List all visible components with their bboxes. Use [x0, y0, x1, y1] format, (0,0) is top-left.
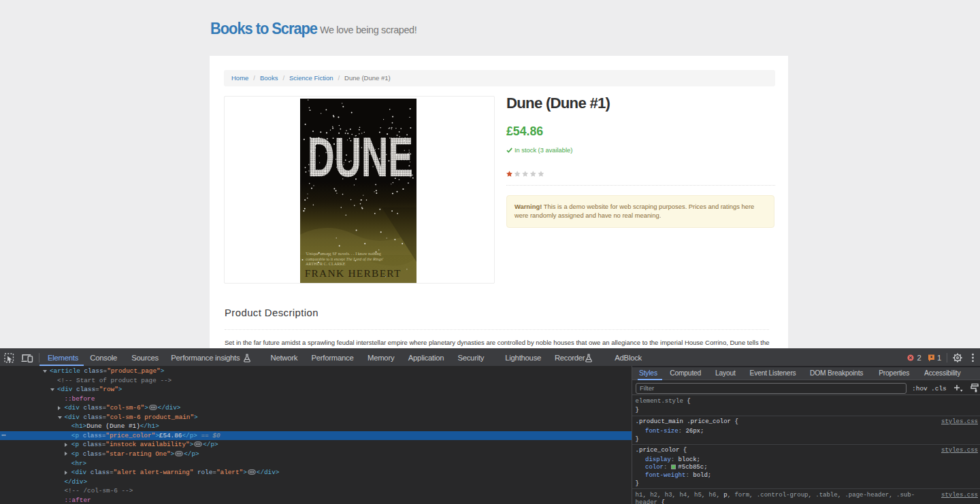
svg-text:comparable to it except The Lo: comparable to it except The Lord of the …: [306, 256, 383, 261]
svg-text:'Unique among SF novels. . . I: 'Unique among SF novels. . . I know noth…: [306, 251, 381, 256]
svg-text:FRANK HERBERT: FRANK HERBERT: [305, 268, 402, 279]
svg-text:ARTHUR C. CLARKE: ARTHUR C. CLARKE: [306, 261, 346, 266]
svg-text:DUNE: DUNE: [308, 126, 413, 188]
